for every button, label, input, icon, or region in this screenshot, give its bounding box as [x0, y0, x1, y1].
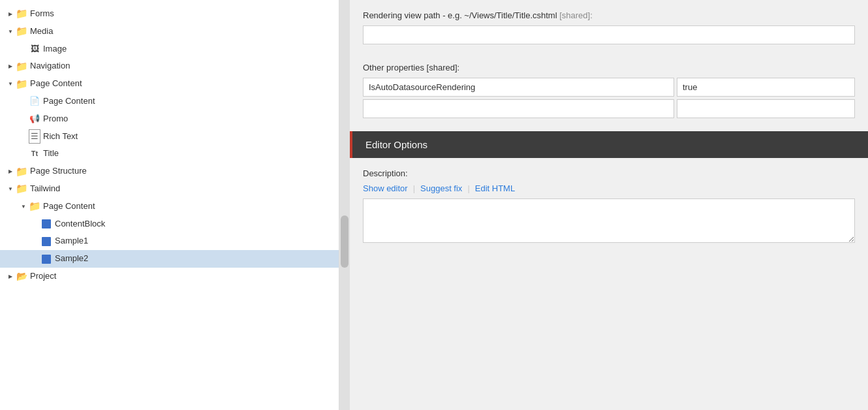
tree-item-sample1[interactable]: Sample1 — [0, 232, 339, 250]
richtext-icon — [29, 131, 40, 142]
tree-label-sample1: Sample1 — [55, 234, 88, 248]
tree-item-page-content-root[interactable]: Page Content — [0, 75, 339, 93]
editor-links: Show editor | Suggest fix | Edit HTML — [363, 183, 855, 193]
toggle-page-structure[interactable] — [5, 166, 16, 177]
tree-label-tailwind: Tailwind — [30, 182, 60, 196]
folder-icon-page-structure — [16, 166, 27, 178]
other-properties-section: Other properties [shared]: — [350, 55, 868, 131]
folder-icon-media — [16, 25, 27, 37]
toggle-tailwind-pc[interactable] — [18, 201, 29, 212]
tree-label-contentblock: ContentBlock — [55, 217, 105, 231]
folder-icon-forms — [16, 8, 27, 20]
project-icon — [16, 270, 27, 282]
promo-icon — [29, 113, 40, 125]
tree-item-rich-text[interactable]: Rich Text — [0, 128, 339, 146]
tree-label-title: Title — [43, 147, 59, 161]
property-val-1[interactable] — [677, 78, 855, 97]
tree-label-tailwind-page-content: Page Content — [43, 200, 95, 213]
tree-label-promo: Promo — [43, 112, 68, 126]
tree-label-project: Project — [30, 270, 56, 283]
triangle-right-icon-ps — [8, 166, 12, 176]
tree-label-navigation: Navigation — [30, 59, 70, 73]
property-key-2[interactable] — [363, 99, 674, 118]
block-icon-sample2 — [42, 255, 51, 264]
tree-label-page-structure: Page Structure — [30, 165, 87, 178]
triangle-right-icon — [8, 9, 12, 19]
suggest-fix-link[interactable]: Suggest fix — [415, 183, 467, 193]
tree-item-project[interactable]: Project — [0, 268, 339, 285]
tree-label-page-content-root: Page Content — [30, 77, 82, 91]
page-icon — [29, 95, 40, 107]
block-icon-sample1 — [42, 237, 51, 246]
tree-item-tailwind-page-content[interactable]: Page Content — [0, 198, 339, 215]
rendering-label: Rendering view path - e.g. ~/Views/Title… — [363, 10, 855, 20]
tree-item-image[interactable]: Image — [0, 40, 339, 58]
toggle-page-content[interactable] — [5, 79, 16, 89]
editor-options-title: Editor Options — [365, 139, 427, 150]
tree-panel: Forms Media Image Navigation Page Conten… — [0, 0, 339, 410]
toggle-project[interactable] — [5, 271, 16, 281]
triangle-right-icon-nav — [8, 61, 12, 71]
description-label: Description: — [363, 168, 855, 178]
tree-label-forms: Forms — [30, 7, 54, 21]
toggle-navigation[interactable] — [5, 61, 16, 72]
other-properties-label: Other properties [shared]: — [363, 63, 855, 72]
description-textarea[interactable] — [363, 198, 855, 243]
property-val-2[interactable] — [677, 99, 855, 118]
property-row-2 — [363, 99, 855, 118]
edit-html-link[interactable]: Edit HTML — [470, 183, 520, 193]
tree-item-promo[interactable]: Promo — [0, 110, 339, 128]
show-editor-link[interactable]: Show editor — [363, 183, 413, 193]
tree-item-sample2[interactable]: Sample2 — [0, 250, 339, 268]
rendering-section: Rendering view path - e.g. ~/Views/Title… — [350, 0, 868, 55]
block-icon-contentblock — [42, 219, 51, 229]
toggle-tailwind[interactable] — [5, 183, 16, 194]
tree-item-page-content-item[interactable]: Page Content — [0, 93, 339, 110]
triangle-right-icon-proj — [8, 272, 12, 281]
tree-label-sample2: Sample2 — [55, 252, 88, 266]
tree-label-page-content-item: Page Content — [43, 95, 95, 108]
folder-icon-tailwind-pc — [29, 200, 40, 212]
folder-icon-page-content — [16, 78, 27, 90]
tree-item-title[interactable]: Title — [0, 145, 339, 163]
triangle-down-icon-tw — [8, 184, 13, 194]
rendering-path-input[interactable] — [363, 25, 855, 44]
scroll-divider — [339, 0, 350, 410]
property-row-1 — [363, 78, 855, 97]
tree-item-contentblock[interactable]: ContentBlock — [0, 215, 339, 233]
right-panel: Rendering view path - e.g. ~/Views/Title… — [350, 0, 868, 410]
folder-icon-tailwind — [16, 183, 27, 195]
tree-item-navigation[interactable]: Navigation — [0, 57, 339, 75]
editor-options-header: Editor Options — [350, 131, 868, 158]
image-icon — [29, 43, 40, 55]
title-icon — [29, 148, 40, 160]
tree-item-forms[interactable]: Forms — [0, 5, 339, 23]
triangle-down-icon-twpc — [21, 202, 26, 212]
tree-item-tailwind[interactable]: Tailwind — [0, 180, 339, 198]
triangle-down-icon — [8, 27, 13, 37]
other-properties-shared-tag: [shared]: — [427, 63, 460, 72]
tree-label-media: Media — [30, 25, 53, 39]
property-key-1[interactable] — [363, 78, 674, 97]
scrollbar-thumb[interactable] — [341, 215, 349, 268]
editor-section: Description: Show editor | Suggest fix |… — [350, 158, 868, 255]
tree-item-media[interactable]: Media — [0, 23, 339, 40]
tree-item-page-structure[interactable]: Page Structure — [0, 163, 339, 180]
rendering-shared-tag: [shared]: — [559, 10, 593, 20]
tree-label-rich-text: Rich Text — [43, 130, 78, 144]
toggle-media[interactable] — [5, 26, 16, 37]
toggle-forms[interactable] — [5, 8, 16, 19]
triangle-down-icon-pc — [8, 79, 13, 89]
tree-label-image: Image — [43, 42, 67, 56]
folder-icon-navigation — [16, 61, 27, 72]
